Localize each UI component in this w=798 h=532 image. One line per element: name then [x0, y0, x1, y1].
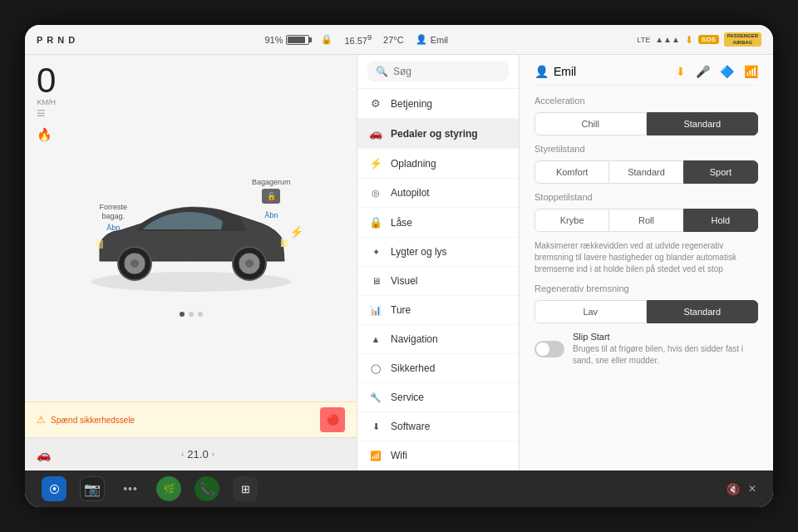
regenerativ-buttons: Lav Standard	[534, 300, 758, 323]
user-name-status: Emil	[431, 35, 448, 45]
stoppetilstand-title: Stoppetilstand	[534, 192, 758, 202]
menu-item-software[interactable]: ⬇ Software	[357, 412, 519, 441]
acceleration-standard-btn[interactable]: Standard	[647, 112, 759, 135]
menu-item-wifi[interactable]: 📶 Wifi	[357, 441, 519, 470]
stoppetilstand-description: Maksimerer rækkevidden ved at udvide reg…	[534, 240, 758, 275]
headlights-icon: ≡	[37, 105, 52, 122]
prnd-display: P R N D	[37, 35, 76, 45]
signal-bars: ▲▲▲	[655, 35, 680, 44]
stoppetilstand-section: Stoppetilstand Krybe Roll Hold Maksimere…	[534, 192, 758, 275]
sos-badge: SOS	[698, 35, 719, 44]
right-panel: 👤 Emil ⬇ 🎤 🔷 📶 Acceleration Chill Standa…	[520, 55, 773, 470]
battery-percent: 91%	[264, 35, 283, 45]
dot-2	[189, 312, 194, 317]
taskbar: ⦿ 📷 ••• 🌿 📞 ⊞ 🔇 ✕	[25, 470, 773, 507]
menu-item-sikkerhed[interactable]: ◯ Sikkerhed	[357, 354, 519, 383]
car-display: 0 KM/H ≡ 🔥 Forrestebagag. Åbn	[25, 55, 357, 401]
autopilot-icon: ◎	[369, 188, 382, 199]
regenerativ-lav-btn[interactable]: Lav	[534, 300, 647, 323]
regenerativ-section: Regenerativ bremsning Lav Standard	[534, 283, 758, 323]
odo-right-arrow[interactable]: ›	[212, 450, 214, 459]
search-input-wrap[interactable]: 🔍	[367, 62, 509, 81]
user-header: 👤 Emil ⬇ 🎤 🔷 📶	[534, 65, 758, 86]
battery-fill	[288, 37, 304, 43]
green-app-taskbar-icon[interactable]: 🌿	[156, 476, 181, 501]
close-icon[interactable]: ✕	[748, 483, 756, 495]
alert-text: Spænd sikkerhedssele	[51, 416, 135, 425]
front-baggage-btn[interactable]: Åbn	[106, 224, 120, 232]
menu-item-visuel[interactable]: 🖥 Visuel	[357, 267, 519, 296]
stoppetilstand-buttons: Krybe Roll Hold	[534, 209, 758, 232]
stoppetilstand-krybe-btn[interactable]: Krybe	[534, 209, 609, 232]
search-box: 🔍	[357, 55, 519, 89]
menu-item-ture[interactable]: 📊 Ture	[357, 296, 519, 325]
regenerativ-standard-btn[interactable]: Standard	[647, 300, 759, 323]
menu-item-pedaler[interactable]: 🚗 Pedaler og styring	[357, 119, 519, 149]
menu-item-betjening[interactable]: ⚙ Betjening	[357, 89, 519, 119]
service-icon: 🔧	[369, 392, 382, 403]
stoppetilstand-roll-btn[interactable]: Roll	[609, 209, 682, 232]
apps-taskbar-icon[interactable]: •••	[118, 476, 143, 501]
visuel-label: Visuel	[391, 275, 417, 287]
menu-item-opladning[interactable]: ⚡ Opladning	[357, 149, 519, 179]
ture-label: Ture	[391, 304, 411, 316]
search-icon: 🔍	[376, 66, 388, 77]
download-icon: ⬇	[685, 34, 693, 46]
navigation-label: Navigation	[391, 333, 438, 345]
passenger-airbag-badge: PASSENGERAIRBAG	[724, 32, 761, 47]
camera-taskbar-icon[interactable]: 📷	[80, 476, 105, 501]
menu-item-navigation[interactable]: ▲ Navigation	[357, 325, 519, 354]
search-input[interactable]	[393, 66, 500, 77]
acceleration-chill-btn[interactable]: Chill	[534, 112, 647, 135]
styretilstand-sport-btn[interactable]: Sport	[683, 160, 758, 184]
odometer: ‹ 21.0 ›	[181, 448, 214, 461]
warning-icon: 🔥	[37, 127, 52, 142]
styretilstand-title: Styretilstand	[534, 144, 758, 154]
bluetooth-symbol: ⦿	[49, 483, 60, 495]
ture-icon: 📊	[369, 305, 382, 316]
slip-start-info: Slip Start Bruges til at frigøre bilen, …	[573, 332, 758, 367]
lygter-icon: ✦	[369, 247, 382, 258]
trunk-lock-icon: 🔓	[267, 192, 276, 200]
speed-value: 0	[37, 63, 56, 98]
green-app-symbol: 🌿	[163, 483, 175, 495]
user-name-row: 👤 Emil	[534, 65, 576, 78]
lygter-label: Lygter og lys	[391, 246, 447, 258]
svg-point-4	[131, 259, 139, 268]
camera-symbol: 📷	[84, 481, 101, 497]
apps-symbol: •••	[123, 482, 138, 495]
phone-taskbar-icon[interactable]: 📞	[195, 476, 219, 501]
dot-3	[198, 312, 203, 317]
bluetooth-taskbar-icon[interactable]: ⦿	[42, 476, 66, 501]
menu-item-lygter[interactable]: ✦ Lygter og lys	[357, 238, 519, 267]
software-label: Software	[391, 421, 430, 432]
alert-bar: ⚠ Spænd sikkerhedssele 🔴	[25, 401, 357, 437]
menu-item-service[interactable]: 🔧 Service	[357, 383, 519, 412]
styretilstand-komfort-btn[interactable]: Komfort	[534, 160, 609, 184]
menu-item-laase[interactable]: 🔒 Låse	[357, 208, 519, 238]
phone-symbol: 📞	[199, 481, 215, 497]
grid-taskbar-icon[interactable]: ⊞	[233, 476, 258, 501]
acceleration-section: Acceleration Chill Standard	[534, 96, 758, 135]
volume-mute-icon[interactable]: 🔇	[727, 483, 740, 495]
slip-start-toggle[interactable]	[534, 341, 564, 357]
betjening-icon: ⚙	[369, 97, 382, 110]
middle-panel: 🔍 ⚙ Betjening 🚗 Pedaler og styring ⚡ Opl…	[357, 55, 520, 470]
acceleration-title: Acceleration	[534, 96, 758, 106]
car-bottom-icon[interactable]: 🚗	[37, 448, 51, 461]
menu-item-autopilot[interactable]: ◎ Autopilot	[357, 179, 519, 208]
charge-lightning: ⚡	[289, 225, 304, 239]
service-label: Service	[391, 392, 424, 403]
trunk-btn[interactable]: Åbn	[264, 211, 278, 219]
time-display: 16.579	[344, 33, 372, 46]
slip-start-row: Slip Start Bruges til at frigøre bilen, …	[534, 332, 758, 367]
software-icon: ⬇	[369, 421, 382, 432]
opladning-icon: ⚡	[369, 157, 382, 170]
temp-info: 16.579	[344, 33, 372, 46]
stoppetilstand-hold-btn[interactable]: Hold	[683, 209, 758, 232]
front-baggage-text: Forrestebagag.	[100, 203, 128, 222]
regenerativ-title: Regenerativ bremsning	[534, 283, 758, 293]
odo-left-arrow[interactable]: ‹	[181, 450, 184, 459]
styretilstand-standard-btn[interactable]: Standard	[609, 160, 682, 184]
front-baggage-label: Forrestebagag. Åbn	[100, 203, 128, 232]
